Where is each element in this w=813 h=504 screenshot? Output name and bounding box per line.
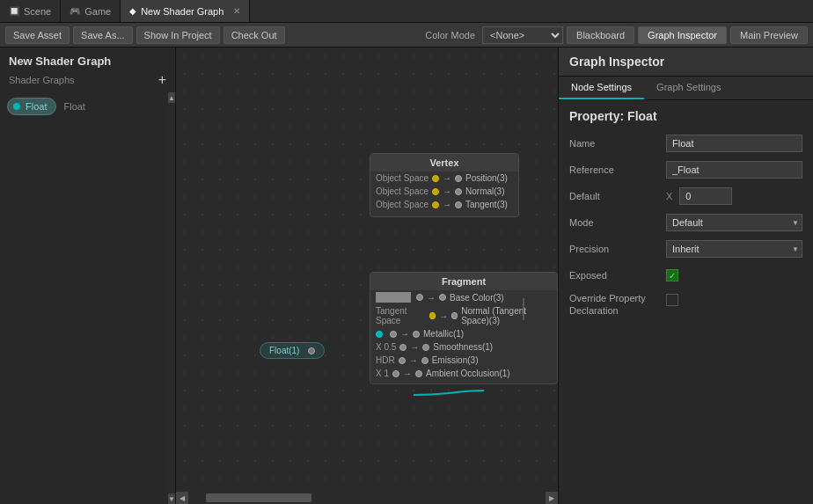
tab-graph-settings[interactable]: Graph Settings — [644, 77, 733, 99]
prop-exposed-label: Exposed — [569, 270, 666, 281]
tab-new-shader-graph[interactable]: ◆ New Shader Graph ✕ — [121, 0, 250, 22]
prop-override-label: Override Property Declaration — [569, 292, 666, 318]
left-content: Float Float — [0, 92, 168, 504]
fragment-port-basecolor: → Base Color(3) — [370, 290, 557, 304]
add-property-button[interactable]: + — [158, 73, 166, 87]
hscroll-thumb[interactable] — [206, 493, 311, 502]
scroll-up-arrow[interactable]: ▲ — [168, 92, 175, 103]
frag-metallic-in-dot — [376, 331, 383, 338]
frag-basecolor-arrow: → — [427, 293, 436, 303]
property-list: Float Float — [0, 92, 168, 121]
frag-ao-dot — [392, 370, 399, 377]
float-type-label: Float — [63, 101, 84, 112]
frag-emission-name: Emission(3) — [432, 355, 479, 365]
hscroll-right-arrow[interactable]: ▶ — [546, 492, 558, 504]
check-out-button[interactable]: Check Out — [223, 26, 285, 44]
frag-normal-arrow: → — [439, 311, 448, 321]
frag-ao-out-dot — [415, 370, 422, 377]
float-tag-label: Float — [26, 101, 47, 112]
graph-inspector-tab[interactable]: Graph Inspector — [638, 26, 727, 44]
hscroll-left-arrow[interactable]: ◀ — [176, 492, 188, 504]
vertex-node-header: Vertex — [370, 154, 518, 172]
prop-reference-label: Reference — [569, 164, 666, 175]
prop-override-row: Override Property Declaration — [569, 292, 802, 318]
frag-metallic-arrow: → — [400, 329, 409, 339]
default-x-label: X — [666, 191, 672, 201]
prop-mode-select[interactable]: Default Slider Enum — [666, 214, 802, 231]
tab-bar: 🔲 Scene 🎮 Game ◆ New Shader Graph ✕ — [0, 0, 813, 23]
frag-normal-name: Normal (Tangent Space)(3) — [461, 306, 552, 325]
frag-basecolor-out-dot — [439, 294, 446, 301]
prop-name-value — [666, 135, 802, 152]
frag-basecolor-dot — [416, 294, 423, 301]
vertex-pos-name: Position(3) — [465, 173, 508, 183]
prop-precision-select-wrap: Inherit Float Half ▼ — [666, 240, 802, 258]
show-in-project-button[interactable]: Show In Project — [136, 26, 220, 44]
toolbar: Save Asset Save As... Show In Project Ch… — [0, 23, 813, 47]
vertex-normal-label: Object Space — [376, 186, 428, 196]
float-property-tag[interactable]: Float — [7, 98, 56, 115]
scene-icon: 🔲 — [9, 6, 19, 16]
frag-smooth-out-dot — [422, 344, 429, 351]
canvas-area[interactable]: Vertex Object Space → Position(3) Object… — [176, 47, 558, 504]
prop-reference-row: Reference — [569, 160, 802, 179]
right-panel-header: Graph Inspector — [559, 47, 813, 77]
prop-mode-select-wrap: Default Slider Enum ▼ — [666, 214, 802, 231]
tab-shader-label: New Shader Graph — [141, 6, 223, 17]
fragment-port-normal: Tangent Space → Normal (Tangent Space)(3… — [370, 304, 557, 327]
fragment-port-metallic: → Metallic(1) — [370, 327, 557, 340]
float-property-row: Float Float — [7, 98, 161, 115]
frag-smooth-arrow: → — [410, 342, 419, 352]
vertex-tangent-arrow: → — [443, 200, 451, 209]
property-title: Property: Float — [569, 109, 802, 123]
tab-game-label: Game — [84, 6, 111, 17]
frag-emission-label: HDR — [376, 355, 395, 365]
save-asset-button[interactable]: Save Asset — [5, 26, 70, 44]
vertex-normal-dot — [432, 188, 439, 195]
main-layout: New Shader Graph Shader Graphs + Float F… — [0, 47, 813, 504]
prop-reference-value — [666, 161, 802, 179]
prop-exposed-checkbox[interactable] — [666, 269, 678, 281]
fragment-port-smoothness: X 0.5 → Smoothness(1) — [370, 340, 557, 354]
prop-mode-row: Mode Default Slider Enum ▼ — [569, 213, 802, 232]
left-panel-title: New Shader Graph — [0, 47, 175, 71]
vertex-pos-arrow: → — [443, 173, 451, 183]
prop-precision-select[interactable]: Inherit Float Half — [666, 240, 802, 258]
prop-name-label: Name — [569, 138, 666, 149]
tab-game[interactable]: 🎮 Game — [61, 0, 121, 22]
frag-ao-arrow: → — [403, 369, 412, 378]
tab-close-icon[interactable]: ✕ — [233, 6, 240, 16]
prop-override-checkbox[interactable] — [666, 294, 678, 306]
tab-scene[interactable]: 🔲 Scene — [0, 0, 61, 22]
scroll-down-arrow[interactable]: ▼ — [168, 493, 175, 504]
fragment-node-header: Fragment — [370, 273, 557, 290]
shader-graphs-label: Shader Graphs — [9, 75, 75, 85]
vertex-tangent-name: Tangent(3) — [465, 200, 508, 209]
float1-output-dot — [308, 347, 315, 354]
blackboard-tab[interactable]: Blackboard — [567, 26, 634, 44]
left-scrollbar: ▲ ▼ — [168, 92, 175, 504]
prop-reference-input[interactable] — [666, 161, 802, 179]
left-scroll-area: Float Float ▲ ▼ — [0, 92, 175, 504]
color-mode-select[interactable]: <None> Albedo Metallic Smoothness — [482, 26, 563, 44]
tab-scene-label: Scene — [24, 6, 51, 17]
vertex-node: Vertex Object Space → Position(3) Object… — [370, 153, 519, 217]
float1-label: Float(1) — [269, 346, 299, 355]
frag-smooth-dot — [399, 344, 406, 351]
vertex-tangent-dot — [432, 201, 439, 208]
vertex-pos-out-dot — [455, 175, 462, 182]
float1-node[interactable]: Float(1) — [260, 342, 325, 359]
main-preview-tab[interactable]: Main Preview — [730, 26, 808, 44]
hscroll-track[interactable] — [188, 492, 546, 504]
frag-normal-dot — [429, 312, 436, 319]
tab-node-settings[interactable]: Node Settings — [559, 77, 644, 99]
frag-metallic-out-dot — [413, 331, 420, 338]
color-mode-label: Color Mode — [425, 30, 475, 40]
left-panel-subtitle: Shader Graphs + — [0, 71, 175, 92]
save-as-button[interactable]: Save As... — [73, 26, 133, 44]
prop-default-input[interactable] — [679, 187, 732, 205]
prop-override-checkbox-wrap — [666, 292, 678, 306]
vertex-normal-name: Normal(3) — [465, 186, 504, 196]
canvas-hscrollbar: ◀ ▶ — [176, 492, 558, 504]
prop-name-input[interactable] — [666, 135, 802, 152]
